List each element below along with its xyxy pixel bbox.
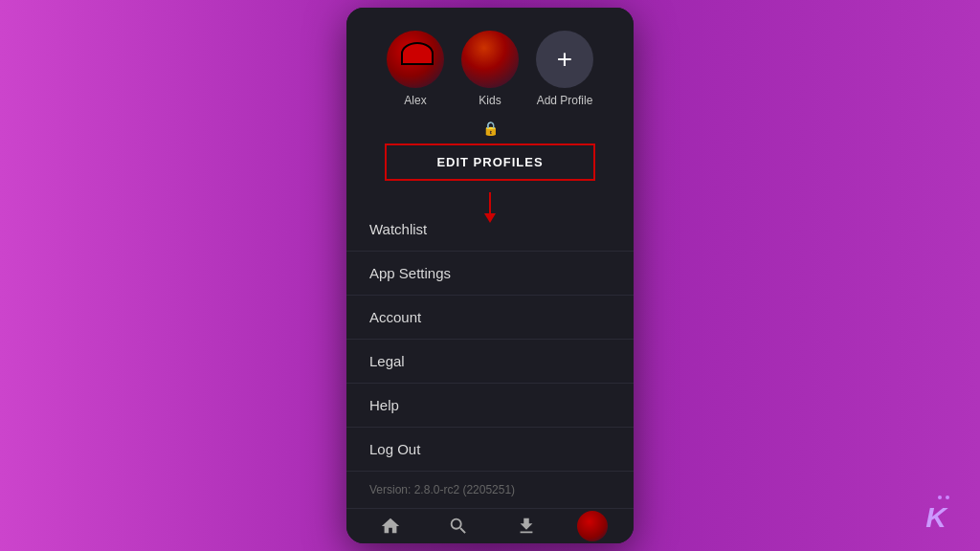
profile-nav-avatar[interactable] (577, 511, 608, 541)
menu-item-account[interactable]: Account (346, 296, 634, 340)
alex-label: Alex (404, 94, 426, 107)
version-text: Version: 2.8.0-rc2 (2205251) (346, 472, 634, 508)
kids-avatar (461, 31, 519, 88)
kids-label: Kids (479, 94, 501, 107)
add-icon: + (557, 44, 572, 75)
menu-item-app-settings[interactable]: App Settings (346, 252, 634, 296)
watermark-k: K (925, 501, 947, 534)
watermark-area: K (923, 496, 949, 534)
arrow-annotation (484, 192, 496, 223)
watermark-dot-2 (946, 496, 949, 499)
add-profile[interactable]: + Add Profile (536, 31, 593, 107)
lock-area: 🔒 (346, 117, 634, 143)
menu-list: Watchlist App Settings Account Legal Hel… (346, 198, 634, 508)
profile-kids[interactable]: Kids (461, 31, 519, 107)
menu-item-legal[interactable]: Legal (346, 340, 634, 384)
arrow-head (484, 213, 496, 223)
edit-profiles-wrapper: EDIT PROFILES (346, 143, 634, 196)
search-nav-button[interactable] (441, 509, 476, 543)
watermark-dot-1 (938, 496, 942, 499)
profile-alex[interactable]: Alex (387, 31, 444, 107)
edit-profiles-button[interactable]: EDIT PROFILES (385, 143, 595, 181)
arrow-line (489, 192, 491, 213)
add-profile-circle: + (536, 31, 593, 88)
home-nav-button[interactable] (373, 509, 408, 543)
bottom-nav (346, 508, 634, 543)
menu-item-help[interactable]: Help (346, 384, 634, 428)
phone-frame: Alex Kids + Add Profile 🔒 (346, 8, 634, 543)
alex-avatar (387, 31, 444, 88)
add-profile-label: Add Profile (537, 94, 593, 107)
lock-icon: 🔒 (482, 121, 499, 136)
menu-content: Alex Kids + Add Profile 🔒 (346, 8, 634, 543)
download-nav-button[interactable] (509, 509, 544, 543)
profiles-section: Alex Kids + Add Profile (346, 8, 634, 117)
menu-item-logout[interactable]: Log Out (346, 428, 634, 472)
